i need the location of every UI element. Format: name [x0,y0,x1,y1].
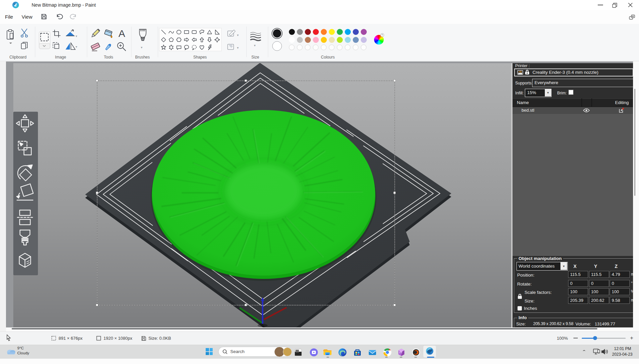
svg-text:A: A [118,28,125,39]
